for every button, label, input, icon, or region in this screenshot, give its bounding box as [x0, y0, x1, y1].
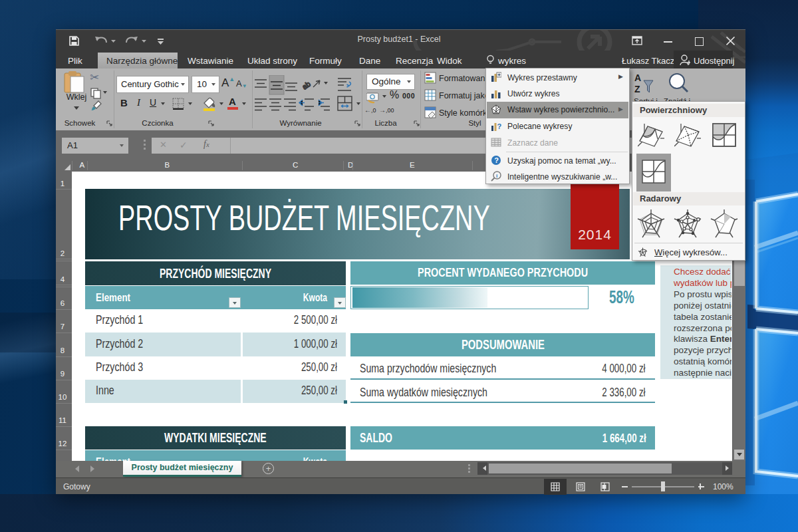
svg-text:i: i	[496, 173, 497, 179]
svg-text:Z: Z	[634, 84, 640, 94]
svg-text:A: A	[634, 72, 641, 83]
svg-text:?: ?	[497, 122, 502, 130]
svg-text:?: ?	[494, 156, 499, 164]
svg-text:ab: ab	[303, 80, 312, 91]
